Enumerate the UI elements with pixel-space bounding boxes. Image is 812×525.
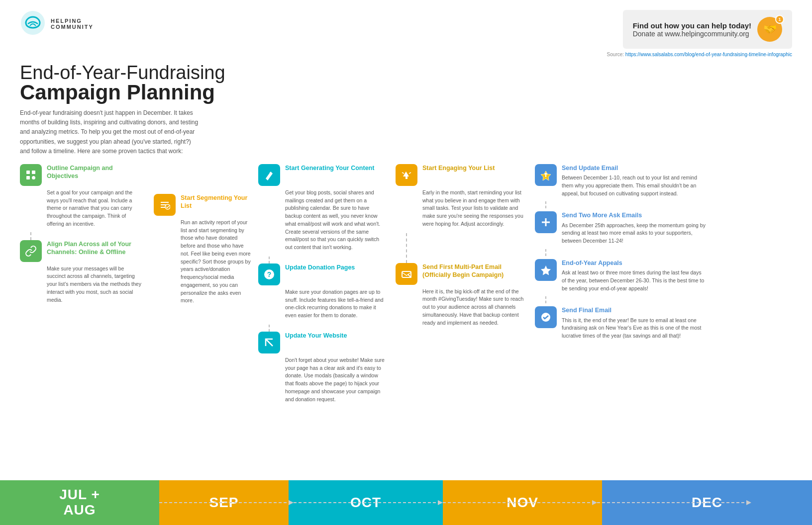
svg-marker-23 xyxy=(541,265,551,275)
month-nov: NOV xyxy=(443,480,602,525)
content-icon xyxy=(258,164,280,186)
v-dot-1 xyxy=(30,232,31,240)
logo-helping: HELPING xyxy=(51,18,94,24)
donate-section: Find out how you can help today! Donate … xyxy=(583,10,792,57)
donate-icon: 🤝 1 xyxy=(757,17,782,42)
months-bar: JUL + AUG SEP OCT NOV DEC xyxy=(0,480,812,525)
update-email-desc: Between December 1-10, reach out to your… xyxy=(562,174,706,197)
final-email-title: Send Final Email xyxy=(562,306,706,314)
donate-title: Find out how you can help today! xyxy=(633,21,751,30)
final-email-item: Send Final Email This is it, the end of … xyxy=(535,306,792,340)
segment-desc: Run an activity report of your list and … xyxy=(154,219,251,305)
svg-rect-3 xyxy=(26,176,30,179)
engaging-item: Start Engaging Your List xyxy=(396,164,525,186)
two-more-text: Send Two More Ask Emails As December 25t… xyxy=(562,211,706,245)
source-text: Source: https://www.salsalabs.com/blog/e… xyxy=(607,52,792,57)
jul-column: Outline Campaign and Objectives Set a go… xyxy=(20,164,142,304)
month-sep: SEP xyxy=(159,480,289,525)
outline-item: Outline Campaign and Objectives xyxy=(20,164,142,186)
page-wrapper: HELPING COMMUNITY Find out how you can h… xyxy=(0,0,812,525)
update-email-text: Send Update Email Between December 1-10,… xyxy=(562,164,706,198)
align-text: Align Plan Across all of Your Channels: … xyxy=(47,240,142,257)
engaging-text: Start Engaging Your List xyxy=(422,164,495,172)
month-oct: OCT xyxy=(289,480,443,525)
donation-item: ? Update Donation Pages xyxy=(258,263,386,285)
website-title: Update Your Website xyxy=(285,332,347,340)
align-desc: Make sure your messages will be succinct… xyxy=(20,265,142,304)
two-more-desc: As December 25th approaches, keep the mo… xyxy=(562,222,706,245)
final-email-text: Send Final Email This is it, the end of … xyxy=(562,306,706,340)
donation-title: Update Donation Pages xyxy=(285,263,355,271)
multipart-title: Send First Multi-Part Email (Officially … xyxy=(422,263,525,279)
nov-column: Start Engaging Your List Early in the mo… xyxy=(386,164,525,327)
multipart-icon xyxy=(396,263,417,285)
oct-column: Start Generating Your Content Get your b… xyxy=(251,164,386,404)
logo-section: HELPING COMMUNITY xyxy=(20,10,94,38)
svg-rect-1 xyxy=(26,171,30,174)
svg-point-4 xyxy=(32,176,35,179)
donation-desc: Make sure your donation pages are up to … xyxy=(258,288,386,320)
outline-title: Outline Campaign and Objectives xyxy=(47,164,142,180)
content-title: Start Generating Your Content xyxy=(285,164,374,172)
align-icon xyxy=(20,240,42,262)
content-desc: Get your blog posts, social shares and m… xyxy=(258,189,386,252)
svg-rect-13 xyxy=(406,176,407,179)
final-email-desc: This is it, the end of the year! Be sure… xyxy=(562,317,706,340)
website-item: Update Your Website xyxy=(258,332,386,353)
content-area: Outline Campaign and Objectives Set a go… xyxy=(0,156,812,404)
engaging-icon xyxy=(396,164,417,186)
two-more-icon xyxy=(535,211,557,233)
logo-icon xyxy=(20,10,46,38)
align-item: Align Plan Across all of Your Channels: … xyxy=(20,240,142,262)
outline-icon xyxy=(20,164,42,186)
logo-community: COMMUNITY xyxy=(51,24,94,30)
content-text: Start Generating Your Content xyxy=(285,164,374,172)
engaging-title: Start Engaging Your List xyxy=(422,164,495,172)
logo: HELPING COMMUNITY xyxy=(20,10,94,38)
svg-text:?: ? xyxy=(267,270,272,278)
multipart-text: Send First Multi-Part Email (Officially … xyxy=(422,263,525,279)
eoy-appeals-item: End-of-Year Appeals Ask at least two or … xyxy=(535,259,792,293)
align-title: Align Plan Across all of Your Channels: … xyxy=(47,240,142,257)
svg-line-15 xyxy=(409,173,411,174)
eoy-appeals-desc: Ask at least two or three more times dur… xyxy=(562,269,706,292)
header: HELPING COMMUNITY Find out how you can h… xyxy=(0,0,812,57)
donate-url: Donate at www.helpingcommunity.org xyxy=(633,30,751,38)
two-more-item: Send Two More Ask Emails As December 25t… xyxy=(535,211,792,245)
month-dec: DEC xyxy=(602,480,812,525)
eoy-appeals-title: End-of-Year Appeals xyxy=(562,259,706,267)
title-line2: Campaign Planning xyxy=(20,81,792,104)
donation-icon: ? xyxy=(258,263,280,285)
svg-rect-2 xyxy=(32,171,35,174)
segment-title: Start Segmenting Your List xyxy=(181,194,251,210)
v-dot-nov xyxy=(406,233,407,263)
title-section: End-of-Year-Fundraising Campaign Plannin… xyxy=(0,57,812,104)
v-dot-oct1 xyxy=(269,257,270,263)
update-email-item: Send Update Email Between December 1-10,… xyxy=(535,164,792,198)
website-icon xyxy=(258,332,280,353)
eoy-appeals-icon xyxy=(535,259,557,281)
donate-box: Find out how you can help today! Donate … xyxy=(623,10,792,49)
month-jul: JUL + AUG xyxy=(0,480,159,525)
svg-line-14 xyxy=(402,173,404,174)
segment-text: Start Segmenting Your List xyxy=(181,194,251,210)
content-item: Start Generating Your Content xyxy=(258,164,386,186)
svg-point-0 xyxy=(21,11,45,35)
donate-badge: 1 xyxy=(775,15,784,24)
multipart-desc: Here it is, the big kick-off at the end … xyxy=(396,288,525,327)
update-email-title: Send Update Email xyxy=(562,164,706,172)
final-email-icon xyxy=(535,306,557,328)
logo-text: HELPING COMMUNITY xyxy=(51,18,94,30)
intro-text: End-of-year fundraising doesn't just hap… xyxy=(0,104,219,156)
multipart-item: Send First Multi-Part Email (Officially … xyxy=(396,263,525,285)
update-email-icon xyxy=(535,164,557,186)
dec-column: Send Update Email Between December 1-10,… xyxy=(525,164,792,340)
sep-spacer xyxy=(154,164,251,194)
v-dot-dec1 xyxy=(545,201,546,208)
segment-icon xyxy=(154,194,176,216)
outline-text: Outline Campaign and Objectives xyxy=(47,164,142,180)
v-dot-dec2 xyxy=(545,249,546,256)
donate-box-text: Find out how you can help today! Donate … xyxy=(633,21,751,38)
website-text: Update Your Website xyxy=(285,332,347,340)
segment-item: Start Segmenting Your List xyxy=(154,194,251,216)
